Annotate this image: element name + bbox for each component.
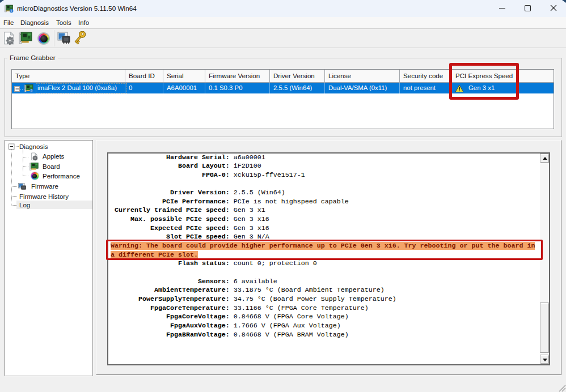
svg-text:i: i (11, 9, 12, 12)
svg-text:?: ? (31, 89, 32, 92)
